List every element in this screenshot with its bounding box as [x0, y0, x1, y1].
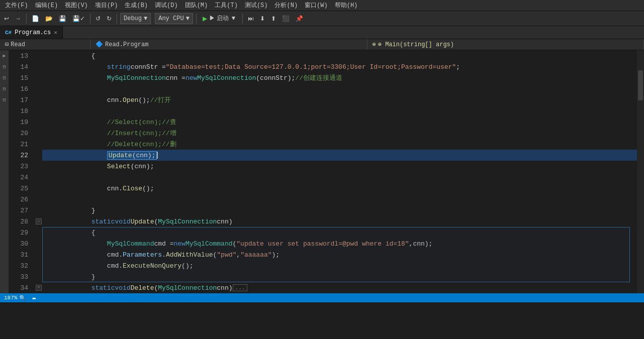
code-line-23: Select(cnn); [42, 161, 637, 172]
menu-test[interactable]: 测试(S) [242, 0, 271, 11]
menu-file[interactable]: 文件(F) [2, 0, 31, 11]
toolbar-save-all[interactable]: 💾✓ [70, 14, 87, 23]
code-line-26 [42, 194, 637, 205]
left-icon-2: ⊟ [1, 63, 8, 70]
separator-1 [26, 14, 27, 24]
code-line-13: { [42, 50, 637, 61]
toolbar-redo[interactable]: ↻ [105, 14, 114, 23]
toolbar-new[interactable]: 📄 [30, 14, 41, 23]
menu-view[interactable]: 视图(V) [62, 0, 91, 11]
nav-namespace[interactable]: 🔷 Read.Program [90, 39, 367, 50]
menu-team[interactable]: 团队(M) [182, 0, 211, 11]
fold-28[interactable]: − [35, 216, 42, 227]
cpu-target-dropdown[interactable]: Any CPU ▼ [155, 13, 193, 24]
status-zoom: 187% 🔍 [4, 295, 26, 301]
line-24: 24 [9, 172, 31, 183]
fold-20 [35, 128, 42, 139]
menu-build[interactable]: 生成(B) [122, 0, 151, 11]
code-line-21: //Delete(cnn);//删 [42, 139, 637, 150]
code-editor[interactable]: { string connStr = "Database=test;Data S… [42, 50, 637, 293]
toolbar-back[interactable]: ↩ [2, 14, 11, 23]
code-line-24 [42, 172, 637, 183]
toolbar-open[interactable]: 📂 [43, 14, 55, 23]
fold-plus-icon[interactable]: + [36, 285, 42, 291]
menu-help[interactable]: 帮助(H) [332, 0, 361, 11]
fold-minus-icon[interactable]: − [36, 218, 42, 224]
fold-33 [35, 271, 42, 282]
toolbar-forward[interactable]: → [13, 14, 23, 23]
chevron-down-icon: ▼ [144, 15, 147, 22]
menu-analyze[interactable]: 分析(N) [271, 0, 301, 11]
tab-close-button[interactable]: ✕ [54, 29, 57, 36]
code-line-27: } [42, 205, 637, 216]
cpu-target-label: Any CPU [158, 15, 183, 22]
line-17: 17 [9, 94, 31, 105]
fold-30 [35, 238, 42, 249]
code-line-33: } [42, 271, 637, 282]
fold-25 [35, 183, 42, 194]
fold-26 [35, 194, 42, 205]
fold-22 [35, 150, 42, 161]
line-15: 15 [9, 72, 31, 83]
toolbar-breakpoints[interactable]: ⬛ [280, 14, 292, 23]
menu-debug[interactable]: 调试(D) [152, 0, 181, 11]
status-indicator: ▬ [32, 295, 36, 301]
line-33: 33 [9, 271, 31, 282]
code-line-25: cnn.Close(); [42, 183, 637, 194]
code-line-20: //Insert(cnn);//增 [42, 128, 637, 139]
toolbar-pin[interactable]: 📌 [294, 14, 305, 23]
nav-read[interactable]: ⊟ Read [0, 39, 90, 50]
scroll-thumb[interactable] [638, 70, 643, 100]
nav-method[interactable]: ⊕ ⊕ Main(string[] args) [367, 39, 645, 50]
toolbar-save[interactable]: 💾 [57, 14, 68, 23]
menu-window[interactable]: 窗口(W) [302, 0, 331, 11]
code-line-34: static void Delete(MySqlConnection cnn) … [42, 282, 637, 293]
code-line-18 [42, 105, 637, 117]
toolbar-step-into[interactable]: ⬇ [258, 14, 267, 23]
toolbar-step-over[interactable]: ⏭ [246, 14, 256, 23]
start-button[interactable]: ▶ ▶ 启动 ▼ [200, 13, 240, 24]
line-18: 18 [9, 105, 31, 117]
left-panel: ▶ ⊟ ⊟ ⊟ ⊟ [0, 50, 9, 293]
fold-16 [35, 83, 42, 94]
separator-4 [196, 14, 197, 24]
zoom-icon: 🔍 [19, 295, 26, 301]
line-30: 30 [9, 238, 31, 249]
menu-bar: 文件(F) 编辑(E) 视图(V) 项目(P) 生成(B) 调试(D) 团队(M… [0, 0, 644, 11]
toolbar-undo[interactable]: ↺ [94, 14, 103, 23]
fold-14 [35, 61, 42, 72]
line-numbers: 13 14 15 16 17 18 19 20 21 22 23 24 25 2… [9, 50, 35, 293]
method-block-wrapper: { MySqlCommand cmd = new MySqlCommand("u… [42, 227, 637, 282]
toolbar: ↩ → 📄 📂 💾 💾✓ ↺ ↻ Debug ▼ Any CPU ▼ ▶ ▶ 启… [0, 11, 644, 26]
fold-34[interactable]: + [35, 282, 42, 293]
method-icon: ⊕ [373, 41, 376, 48]
line-23: 23 [9, 161, 31, 172]
toolbar-step-out[interactable]: ⬆ [269, 14, 278, 23]
line-27: 27 [9, 205, 31, 216]
separator-3 [117, 14, 117, 24]
line-19: 19 [9, 117, 31, 128]
code-line-29: { [42, 227, 637, 238]
code-line-31: cmd.Parameters.AddWithValue("pwd", "aaaa… [42, 249, 637, 260]
minus-icon: ⊟ [5, 41, 9, 48]
line-16: 16 [9, 83, 31, 94]
menu-tools[interactable]: 工具(T) [212, 0, 241, 11]
tab-program-cs[interactable]: C# Program.cs ✕ [0, 26, 63, 39]
debug-mode-dropdown[interactable]: Debug ▼ [120, 13, 151, 24]
nav-namespace-label: Read.Program [105, 41, 148, 48]
menu-project[interactable]: 项目(P) [92, 0, 121, 11]
nav-namespace-icon: 🔷 [96, 41, 103, 48]
scroll-track[interactable] [637, 50, 644, 293]
code-line-14: string connStr = "Database=test;Data Sou… [42, 61, 637, 72]
line-20: 20 [9, 128, 31, 139]
menu-edit[interactable]: 编辑(E) [32, 0, 61, 11]
debug-mode-label: Debug [124, 15, 142, 22]
line-26: 26 [9, 194, 31, 205]
fold-17 [35, 94, 42, 105]
code-line-32: cmd.ExecuteNonQuery(); [42, 260, 637, 271]
left-icon-5: ⊟ [1, 96, 8, 103]
zoom-label: 187% [4, 295, 17, 301]
left-icon-3: ⊟ [1, 74, 8, 81]
code-line-16 [42, 83, 637, 94]
fold-23 [35, 161, 42, 172]
